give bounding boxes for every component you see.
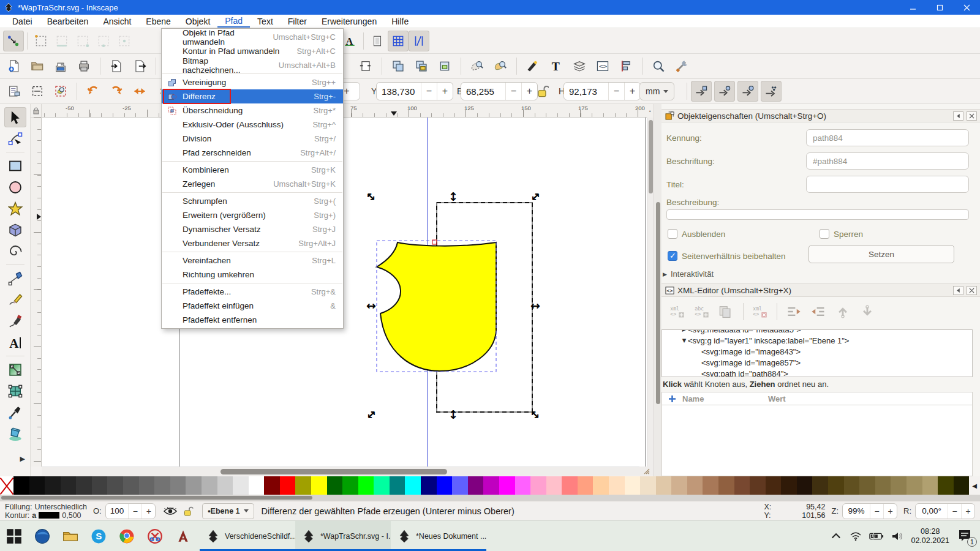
vertical-scrollbar[interactable] — [647, 118, 654, 467]
add-attribute-icon[interactable] — [668, 395, 676, 403]
color-swatch[interactable] — [295, 476, 311, 495]
scale-handle-n[interactable]: ↕ — [448, 191, 458, 203]
scale-corners-toggle-button[interactable] — [714, 81, 735, 102]
scrollbar-corner[interactable] — [639, 467, 654, 476]
xml-tree-node[interactable]: ▶<svg:metadata id="metadata5"> — [662, 329, 972, 335]
close-panel-button[interactable] — [967, 111, 977, 121]
maximize-button[interactable] — [926, 0, 953, 15]
sperren-checkbox-box[interactable] — [820, 229, 829, 239]
xml-tree-node[interactable]: <svg:image id="image843"> — [662, 346, 972, 357]
color-swatch[interactable] — [718, 476, 734, 495]
horizontal-scrollbar[interactable] — [42, 467, 639, 476]
menu-item-pfadeffekte[interactable]: Pfadeffekte...Strg+& — [162, 285, 343, 299]
color-swatch[interactable] — [781, 476, 797, 495]
rotation-plus-button[interactable]: + — [961, 504, 974, 519]
close-button[interactable] — [953, 0, 980, 15]
snap-page-border-button[interactable] — [367, 31, 388, 51]
zoom-to-selection-button[interactable] — [467, 56, 488, 77]
opacity-minus-button[interactable]: − — [128, 504, 141, 519]
menu-item-bitmap-nachzeichnen[interactable]: Bitmap nachzeichnen...Umschalt+Alt+B — [162, 58, 343, 72]
text-tool-button[interactable]: A — [4, 332, 26, 353]
color-swatch[interactable] — [233, 476, 249, 495]
rotation-value[interactable]: 0,00° — [916, 506, 948, 515]
unlink-clone-button[interactable] — [434, 56, 455, 77]
sperren-checkbox[interactable]: Sperren — [820, 229, 863, 239]
scale-stroke-toggle-button[interactable] — [691, 81, 712, 102]
rotate-cw-button[interactable] — [106, 81, 127, 102]
menu-item-pfadeffekt-einfügen[interactable]: Pfadeffekt einfügen& — [162, 299, 343, 313]
color-swatch[interactable] — [859, 476, 875, 495]
fill-stroke-dialog-button[interactable] — [522, 56, 543, 77]
color-swatch[interactable] — [562, 476, 578, 495]
start-button[interactable] — [0, 521, 28, 551]
calligraphy-tool-button[interactable] — [4, 311, 26, 331]
color-swatch[interactable] — [405, 476, 421, 495]
color-swatch[interactable] — [797, 476, 813, 495]
menu-hilfe[interactable]: Hilfe — [384, 15, 416, 28]
horizontal-ruler[interactable]: -50-2575100125150175200 — [42, 104, 647, 118]
bezier-tool-button[interactable] — [4, 268, 26, 288]
keep-ratio-checkbox[interactable]: Seitenverhältnis beibehalten — [668, 251, 786, 261]
deselect-button[interactable] — [27, 81, 48, 102]
xml-close-panel-button[interactable] — [967, 286, 977, 295]
menu-item-pfad-zerschneiden[interactable]: Pfad zerschneidenStrg+Alt+/ — [162, 146, 343, 160]
color-swatch[interactable] — [483, 476, 499, 495]
transform-patterns-toggle-button[interactable] — [761, 81, 782, 102]
color-swatch[interactable] — [452, 476, 468, 495]
zoom-plus-button[interactable]: + — [883, 504, 897, 519]
pencil-tool-button[interactable] — [4, 290, 26, 310]
color-swatch[interactable] — [139, 476, 155, 495]
preferences-button[interactable] — [671, 56, 692, 77]
menu-item-verbundener-versatz[interactable]: Verbundener VersatzStrg+Alt+J — [162, 236, 343, 250]
kennung-input[interactable] — [806, 129, 969, 146]
menu-filter[interactable]: Filter — [281, 15, 314, 28]
color-swatch[interactable] — [609, 476, 625, 495]
keep-ratio-checkbox-box[interactable] — [668, 251, 677, 261]
color-swatch[interactable] — [703, 476, 718, 495]
height-plus-button[interactable]: + — [624, 83, 640, 100]
width-plus-button[interactable]: + — [521, 83, 537, 100]
menu-item-division[interactable]: DivisionStrg+/ — [162, 132, 343, 146]
menu-ebene[interactable]: Ebene — [138, 15, 178, 28]
snap-grid-button[interactable] — [388, 31, 409, 51]
layers-dialog-button[interactable] — [569, 56, 590, 77]
fill-stroke-indicator[interactable]: Füllung: Unterschiedlich Kontur: a 0,500 — [0, 503, 87, 520]
color-swatch[interactable] — [186, 476, 202, 495]
unit-dropdown[interactable]: mm — [639, 82, 674, 100]
menu-item-exklusiv-oder-ausschluss[interactable]: Exklusiv-Oder (Ausschluss)Strg+^ — [162, 118, 343, 132]
layer-lock-icon[interactable] — [183, 506, 194, 517]
color-swatch[interactable] — [734, 476, 750, 495]
color-swatch[interactable] — [264, 476, 280, 495]
color-swatch[interactable] — [546, 476, 562, 495]
color-swatch[interactable] — [437, 476, 453, 495]
zoom-value[interactable]: 99% — [843, 506, 870, 515]
xml-tree-node[interactable]: <svg:path id="path884"> — [662, 368, 972, 377]
create-clone-button[interactable] — [411, 56, 432, 77]
width-field-value[interactable]: 68,255 — [461, 86, 505, 97]
tray-expand-icon[interactable] — [830, 530, 842, 542]
bucket-tool-button[interactable] — [4, 424, 26, 444]
setzen-button[interactable]: Setzen — [809, 245, 954, 263]
object-properties-header[interactable]: Objekteigenschaften (Umschalt+Strg+O) — [662, 109, 980, 122]
palette-scrollbar[interactable] — [0, 495, 980, 501]
zoom-selection-small-button[interactable] — [50, 81, 71, 102]
color-swatch[interactable] — [828, 476, 844, 495]
beschriftung-input[interactable] — [806, 152, 969, 170]
select-all-button[interactable] — [4, 81, 24, 102]
menu-item-schrumpfen[interactable]: SchrumpfenStrg+( — [162, 194, 343, 208]
color-swatch[interactable] — [45, 476, 61, 495]
snip-app[interactable] — [141, 521, 169, 551]
menu-item-richtung-umkehren[interactable]: Richtung umkehren — [162, 268, 343, 282]
clock[interactable]: 08:28 02.02.2021 — [911, 527, 949, 545]
palette-scroll-left-button[interactable]: ◀ — [969, 476, 980, 495]
battery-icon[interactable] — [869, 530, 884, 542]
y-minus-button[interactable]: − — [421, 83, 437, 100]
color-swatch[interactable] — [202, 476, 217, 495]
menu-item-differenz[interactable]: DifferenzStrg+- — [162, 89, 343, 103]
color-swatch[interactable] — [593, 476, 609, 495]
layer-selector-dropdown[interactable]: •Ebene 1 — [202, 503, 254, 519]
menu-item-objekt-in-pfad-umwandeln[interactable]: Objekt in Pfad umwandelnUmschalt+Strg+C — [162, 30, 343, 44]
ellipse-tool-button[interactable] — [4, 177, 26, 197]
scale-handle-e[interactable]: ↔ — [530, 300, 540, 312]
new-document-button[interactable] — [4, 56, 24, 77]
